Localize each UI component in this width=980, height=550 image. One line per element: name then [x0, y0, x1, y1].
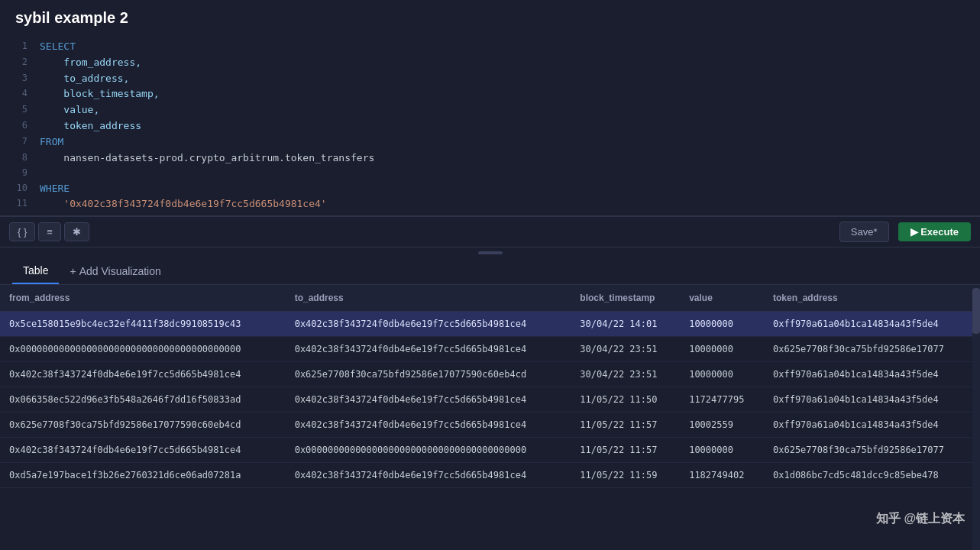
- cell-to_address: 0x402c38f343724f0db4e6e19f7cc5d665b4981c…: [286, 463, 571, 488]
- cell-value: 10002559: [680, 412, 764, 438]
- code-line-9: 9: [0, 166, 980, 180]
- line-num-6: 6: [6, 118, 27, 133]
- json-view-button[interactable]: { }: [9, 222, 35, 241]
- tab-table[interactable]: Table: [12, 258, 59, 284]
- results-area: Table + Add Visualization from_address t…: [0, 258, 980, 550]
- code-line-5: 5 value,: [0, 102, 980, 118]
- cell-token_address: 0xff970a61a04b1ca14834a43f5de4: [764, 387, 980, 412]
- cell-token_address: 0x625e7708f30ca75bfd92586e17077: [764, 438, 980, 463]
- line-num-8: 8: [6, 150, 27, 165]
- table-body: 0x5ce158015e9bc4ec32ef4411f38dc99108519c…: [0, 312, 980, 488]
- code-line-7: 7 FROM: [0, 134, 980, 150]
- line-num-9: 9: [6, 166, 27, 180]
- cell-from_address: 0x625e7708f30ca75bfd92586e17077590c60eb4…: [0, 412, 286, 438]
- cell-block_timestamp: 11/05/22 11:50: [571, 387, 680, 412]
- right-scrollbar-thumb: [972, 288, 980, 334]
- code-text-11[interactable]: '0x402c38f343724f0db4e6e19f7cc5d665b4981…: [40, 196, 327, 212]
- code-line-3: 3 to_address,: [0, 71, 980, 87]
- code-text-5[interactable]: value,: [40, 102, 99, 118]
- cell-from_address: 0x5ce158015e9bc4ec32ef4411f38dc99108519c…: [0, 312, 286, 337]
- execute-button[interactable]: ▶ Execute: [898, 222, 971, 241]
- cell-to_address: 0x402c38f343724f0db4e6e19f7cc5d665b4981c…: [286, 337, 571, 362]
- code-line-6: 6 token_address: [0, 118, 980, 134]
- line-num-2: 2: [6, 55, 27, 70]
- cell-from_address: 0x402c38f343724f0db4e6e19f7cc5d665b4981c…: [0, 438, 286, 463]
- cell-block_timestamp: 11/05/22 11:59: [571, 463, 680, 488]
- table-container[interactable]: from_address to_address block_timestamp …: [0, 285, 980, 550]
- cell-from_address: 0x00000000000000000000000000000000000000…: [0, 337, 286, 362]
- cell-to_address: 0x402c38f343724f0db4e6e19f7cc5d665b4981c…: [286, 387, 571, 412]
- cell-to_address: 0x625e7708f30ca75bfd92586e17077590c60eb4…: [286, 362, 571, 387]
- col-from-address: from_address: [0, 285, 286, 312]
- table-row[interactable]: 0x5ce158015e9bc4ec32ef4411f38dc99108519c…: [0, 312, 980, 337]
- cell-to_address: 0x402c38f343724f0db4e6e19f7cc5d665b4981c…: [286, 412, 571, 438]
- code-text-7[interactable]: FROM: [40, 134, 63, 150]
- table-header-row: from_address to_address block_timestamp …: [0, 285, 980, 312]
- cell-token_address: 0xff970a61a04b1ca14834a43f5de4: [764, 312, 980, 337]
- toolbar: { } ≡ ✱ Save* ▶ Execute: [0, 216, 980, 247]
- table-row[interactable]: 0x066358ec522d96e3fb548a2646f7dd16f50833…: [0, 387, 980, 412]
- col-to-address: to_address: [286, 285, 571, 312]
- right-scrollbar[interactable]: [972, 285, 980, 550]
- code-line-2: 2 from_address,: [0, 55, 980, 71]
- cell-block_timestamp: 11/05/22 11:57: [571, 412, 680, 438]
- cell-value: 10000000: [680, 337, 764, 362]
- line-num-4: 4: [6, 86, 27, 101]
- code-text-4[interactable]: block_timestamp,: [40, 86, 160, 102]
- plus-icon: +: [70, 265, 76, 277]
- cell-to_address: 0x00000000000000000000000000000000000000…: [286, 438, 571, 463]
- table-row[interactable]: 0x00000000000000000000000000000000000000…: [0, 337, 980, 362]
- drag-handle[interactable]: [0, 247, 980, 258]
- col-value: value: [680, 285, 764, 312]
- col-block-timestamp: block_timestamp: [571, 285, 680, 312]
- code-line-11: 11 '0x402c38f343724f0db4e6e19f7cc5d665b4…: [0, 196, 980, 212]
- cell-block_timestamp: 30/04/22 23:51: [571, 337, 680, 362]
- line-num-5: 5: [6, 102, 27, 117]
- cell-block_timestamp: 11/05/22 11:57: [571, 438, 680, 463]
- code-text-3[interactable]: to_address,: [40, 71, 129, 87]
- table-row[interactable]: 0x402c38f343724f0db4e6e19f7cc5d665b4981c…: [0, 362, 980, 387]
- code-line-1: 1 SELECT: [0, 39, 980, 55]
- code-text-1[interactable]: SELECT: [40, 39, 76, 55]
- results-table: from_address to_address block_timestamp …: [0, 285, 980, 488]
- cell-block_timestamp: 30/04/22 23:51: [571, 362, 680, 387]
- drag-dots: [478, 251, 503, 254]
- line-num-10: 10: [6, 181, 27, 196]
- cell-from_address: 0x066358ec522d96e3fb548a2646f7dd16f50833…: [0, 387, 286, 412]
- line-num-3: 3: [6, 71, 27, 86]
- table-row[interactable]: 0xd5a7e197bace1f3b26e2760321d6ce06ad0728…: [0, 463, 980, 488]
- table-row[interactable]: 0x625e7708f30ca75bfd92586e17077590c60eb4…: [0, 412, 980, 438]
- code-text-8[interactable]: nansen-datasets-prod.crypto_arbitrum.tok…: [40, 150, 374, 167]
- cell-value: 10000000: [680, 438, 764, 463]
- code-line-8: 8 nansen-datasets-prod.crypto_arbitrum.t…: [0, 150, 980, 167]
- save-button[interactable]: Save*: [839, 222, 889, 242]
- line-num-7: 7: [6, 134, 27, 149]
- add-viz-label: Add Visualization: [79, 265, 161, 277]
- cell-token_address: 0x1d086bc7cd5c481dcc9c85ebe478: [764, 463, 980, 488]
- page-title: sybil example 2: [15, 9, 128, 26]
- cell-from_address: 0xd5a7e197bace1f3b26e2760321d6ce06ad0728…: [0, 463, 286, 488]
- code-text-10[interactable]: WHERE: [40, 181, 70, 197]
- table-row[interactable]: 0x402c38f343724f0db4e6e19f7cc5d665b4981c…: [0, 438, 980, 463]
- code-line-10: 10 WHERE: [0, 181, 980, 197]
- code-editor: 1 SELECT 2 from_address, 3 to_address, 4…: [0, 36, 980, 216]
- tabs-bar: Table + Add Visualization: [0, 258, 980, 285]
- header: sybil example 2: [0, 0, 980, 36]
- cell-to_address: 0x402c38f343724f0db4e6e19f7cc5d665b4981c…: [286, 312, 571, 337]
- line-num-1: 1: [6, 39, 27, 53]
- cell-value: 10000000: [680, 312, 764, 337]
- col-token-address: token_address: [764, 285, 980, 312]
- cell-token_address: 0x625e7708f30ca75bfd92586e17077: [764, 337, 980, 362]
- list-view-button[interactable]: ≡: [38, 222, 61, 241]
- cell-block_timestamp: 30/04/22 14:01: [571, 312, 680, 337]
- cell-value: 10000000: [680, 362, 764, 387]
- cell-token_address: 0xff970a61a04b1ca14834a43f5de4: [764, 362, 980, 387]
- code-text-2[interactable]: from_address,: [40, 55, 141, 71]
- code-lines: 1 SELECT 2 from_address, 3 to_address, 4…: [0, 36, 980, 215]
- add-visualization-button[interactable]: + Add Visualization: [59, 259, 171, 283]
- code-text-6[interactable]: token_address: [40, 118, 141, 134]
- star-button[interactable]: ✱: [64, 222, 89, 241]
- line-num-11: 11: [6, 196, 27, 211]
- cell-value: 1172477795: [680, 387, 764, 412]
- cell-from_address: 0x402c38f343724f0db4e6e19f7cc5d665b4981c…: [0, 362, 286, 387]
